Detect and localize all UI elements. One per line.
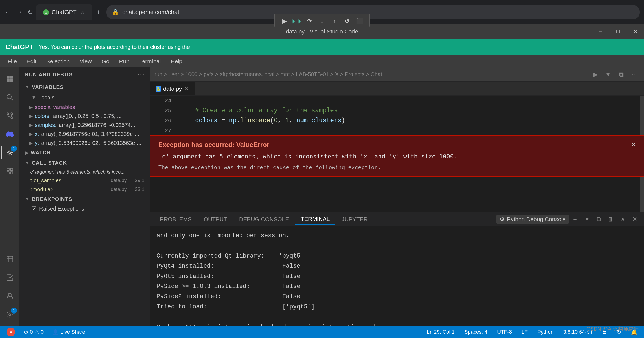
sidebar-header: RUN AND DEBUG ···: [20, 67, 150, 82]
activity-git[interactable]: [1, 107, 18, 124]
more-btn[interactable]: ···: [629, 69, 640, 80]
menu-run[interactable]: Run: [115, 57, 134, 66]
main-layout: 1 1 RUN AND DEBUG: [0, 67, 644, 326]
activity-search[interactable]: [1, 89, 18, 106]
menu-bar: File Edit Selection View Go Run Terminal…: [0, 55, 644, 67]
maximize-btn[interactable]: □: [609, 24, 627, 39]
callstack-frame-0[interactable]: plot_samples data.py 29:1: [20, 176, 150, 185]
term-pyqt4: PyQt4 installed: False: [157, 261, 637, 271]
raised-exceptions-item[interactable]: ✓ Raised Exceptions: [20, 204, 150, 213]
tab-close[interactable]: ✕: [184, 85, 189, 92]
back-btn[interactable]: ←: [4, 8, 11, 16]
bp-checkbox[interactable]: ✓: [32, 206, 36, 211]
menu-go[interactable]: Go: [97, 57, 114, 66]
watch-section: ▶ WATCH: [20, 148, 150, 158]
tab-terminal[interactable]: TERMINAL: [295, 214, 335, 225]
special-vars-label: special variables: [35, 104, 75, 110]
tab-close-btn[interactable]: ✕: [79, 9, 86, 16]
code-line-25: # Create a color array for the samples: [180, 106, 635, 116]
debug-status[interactable]: ✕: [4, 327, 17, 337]
new-terminal-btn[interactable]: ＋: [570, 214, 580, 224]
position-status[interactable]: Ln 29, Col 1: [425, 328, 457, 336]
special-variables-item[interactable]: ▶ special variables: [20, 103, 150, 112]
more-actions-btn[interactable]: ···: [138, 71, 144, 78]
expand-icon: ▶: [29, 123, 33, 128]
window-title: data.py - Visual Studio Code: [286, 28, 358, 35]
warning-count: 0: [41, 329, 44, 335]
error-count: 0: [30, 329, 33, 335]
spaces-text: Spaces: 4: [465, 329, 488, 335]
code-editor[interactable]: 24 25 26 27 28 29 # Create a color array…: [150, 96, 644, 212]
errors-status[interactable]: ⊘ 0 ⚠ 0: [22, 328, 46, 336]
toolbar-actions: ▶ ▾ ⧉ ···: [590, 69, 640, 80]
callstack-header[interactable]: ▼ CALL STACK: [20, 158, 150, 168]
run-dropdown-btn[interactable]: ▾: [603, 69, 614, 80]
kill-terminal-btn[interactable]: 🗑: [606, 214, 616, 224]
status-left: ✕ ⊘ 0 ⚠ 0 👤 Live Share: [4, 327, 87, 337]
line-ending-status[interactable]: LF: [519, 328, 530, 336]
address-bar[interactable]: 🔒 chat.openai.com/chat: [106, 5, 640, 19]
sidebar-header-actions: ···: [138, 71, 144, 78]
breakpoints-header[interactable]: ▼ BREAKPOINTS: [20, 194, 150, 204]
x-variable[interactable]: ▶ x: array([ 2.96187756e-01, 3.47282339e…: [20, 130, 150, 139]
expand-icon: ▶: [29, 105, 33, 110]
activity-explorer[interactable]: [1, 70, 18, 87]
forward-btn[interactable]: →: [16, 8, 23, 16]
term-backend: [157, 312, 637, 322]
reload-btn[interactable]: ↻: [27, 8, 33, 16]
variables-header[interactable]: ▼ VARIABLES: [20, 82, 150, 92]
activity-extensions[interactable]: [1, 162, 18, 180]
menu-edit[interactable]: Edit: [22, 57, 41, 66]
new-tab-button[interactable]: +: [94, 7, 103, 18]
browser-tab-chatgpt[interactable]: G ChatGPT ✕: [36, 4, 92, 20]
activity-settings[interactable]: 1: [1, 306, 18, 323]
browser-nav[interactable]: ← → ↻: [4, 8, 33, 16]
menu-help[interactable]: Help: [166, 57, 187, 66]
close-btn[interactable]: ✕: [627, 24, 644, 39]
activity-discord[interactable]: [1, 126, 18, 143]
menu-file[interactable]: File: [3, 57, 21, 66]
vscode-window: data.py - Visual Studio Code − □ ✕ ChatG…: [0, 24, 644, 338]
callstack-frame-1[interactable]: <module> data.py 33:1: [20, 185, 150, 194]
encoding-status[interactable]: UTF-8: [495, 328, 514, 336]
run-btn[interactable]: ▶: [590, 69, 600, 80]
close-panel-btn[interactable]: ✕: [630, 214, 640, 224]
tab-output[interactable]: OUTPUT: [198, 214, 233, 225]
term-line-2: [157, 241, 637, 251]
tab-problems[interactable]: PROBLEMS: [154, 214, 197, 225]
chatgpt-favicon: G: [43, 9, 49, 15]
language-status[interactable]: Python: [535, 328, 556, 336]
activity-debug[interactable]: 1: [1, 144, 18, 161]
y-variable[interactable]: ▶ y: array([-2.53400026e-02, -5.36013563…: [20, 139, 150, 148]
exception-close-btn[interactable]: ✕: [631, 141, 636, 148]
live-share-status[interactable]: 👤 Live Share: [50, 328, 87, 336]
terminal-dropdown-btn[interactable]: ▾: [582, 214, 592, 224]
banner-text: Yes. You can color the plots according t…: [39, 44, 190, 50]
maximize-panel-btn[interactable]: ∧: [618, 214, 628, 224]
callstack-label: CALL STACK: [32, 160, 67, 166]
sidebar-title: RUN AND DEBUG: [25, 72, 73, 78]
locals-header[interactable]: ▼ Locals: [20, 92, 150, 103]
breakpoints-section: ▼ BREAKPOINTS ✓ Raised Exceptions: [20, 194, 150, 213]
tab-jupyter[interactable]: JUPYTER: [336, 214, 373, 225]
split-terminal-btn[interactable]: ⧉: [594, 214, 604, 224]
activity-test[interactable]: [1, 269, 18, 286]
breadcrumb-text: run > user > 1000 > gvfs > sftp:host=tru…: [154, 71, 382, 77]
tab-data-py[interactable]: 🐍 data.py ✕: [150, 82, 195, 95]
watch-header[interactable]: ▶ WATCH: [20, 148, 150, 158]
menu-view[interactable]: View: [75, 57, 96, 66]
svg-point-8: [11, 113, 13, 115]
spaces-status[interactable]: Spaces: 4: [462, 328, 490, 336]
activity-account[interactable]: [1, 287, 18, 305]
sidebar: RUN AND DEBUG ··· ▼ VARIABLES ▼ Locals: [20, 67, 150, 326]
minimize-btn[interactable]: −: [592, 24, 609, 39]
split-editor-btn[interactable]: ⧉: [616, 69, 627, 80]
samples-variable[interactable]: ▶ samples: array([[ 0.29618776, -0.02574…: [20, 121, 150, 130]
menu-selection[interactable]: Selection: [42, 57, 74, 66]
bp-name: Raised Exceptions: [39, 206, 84, 212]
menu-terminal[interactable]: Terminal: [135, 57, 165, 66]
tab-debug-console[interactable]: DEBUG CONSOLE: [234, 214, 294, 225]
tab-filename: data.py: [163, 86, 182, 92]
colors-variable[interactable]: ▶ colors: array([0. , 0.25, 0.5 , 0.75, …: [20, 112, 150, 121]
activity-remote[interactable]: [1, 251, 18, 268]
